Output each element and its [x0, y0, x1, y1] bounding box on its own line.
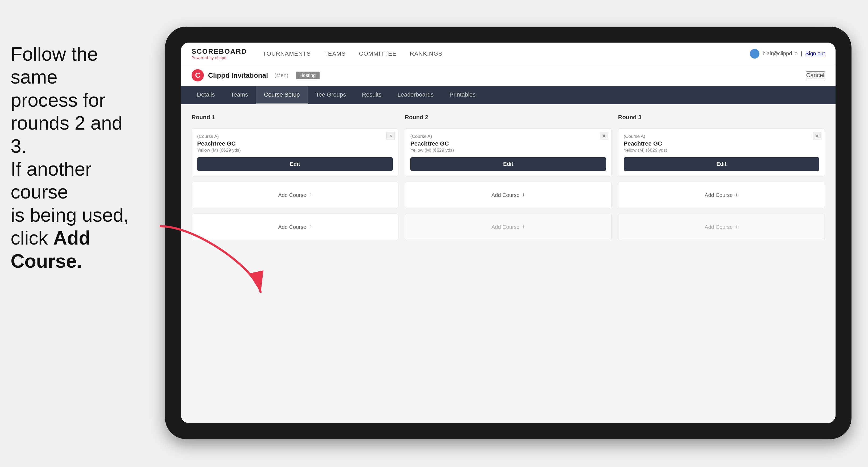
plus-icon-1: + [308, 192, 312, 198]
tab-printables[interactable]: Printables [441, 86, 484, 104]
round-3-add-course-2: Add Course + [618, 214, 825, 240]
round-2-column: Round 2 × (Course A) Peachtree GC Yellow… [405, 114, 612, 240]
round-1-course-name: Peachtree GC [197, 140, 393, 147]
plus-icon-3: + [522, 192, 525, 198]
instruction-line4: If another course [11, 158, 92, 203]
instruction-line6-prefix: click [11, 227, 53, 249]
round-2-course-details: Yellow (M) (6629 yds) [410, 148, 606, 153]
nav-left: SCOREBOARD Powered by clippd Tournaments… [192, 48, 442, 60]
instruction-line1: Follow the same [11, 43, 98, 88]
top-navigation: SCOREBOARD Powered by clippd Tournaments… [181, 42, 836, 65]
tournament-name: Clippd Invitational [208, 71, 268, 80]
user-avatar [750, 49, 760, 59]
round-1-edit-button[interactable]: Edit [197, 157, 393, 171]
round-3-add-course-1[interactable]: Add Course + [618, 182, 825, 208]
round-2-add-course-1[interactable]: Add Course + [405, 182, 612, 208]
sub-header-left: C Clippd Invitational (Men) Hosting [192, 69, 319, 82]
round-1-column: Round 1 × (Course A) Peachtree GC Yellow… [192, 114, 398, 240]
instruction-line5: is being used, [11, 205, 129, 226]
round-1-course-label: (Course A) [197, 134, 393, 139]
round-2-delete-button[interactable]: × [600, 132, 608, 140]
tab-leaderboards[interactable]: Leaderboards [390, 86, 442, 104]
nav-separator: | [801, 51, 802, 57]
round-1-course-details: Yellow (M) (6629 yds) [197, 148, 393, 153]
tab-teams[interactable]: Teams [223, 86, 256, 104]
nav-right: blair@clippd.io | Sign out [750, 49, 825, 59]
round-2-add-course-2: Add Course + [405, 214, 612, 240]
round-3-add-course-label-1: Add Course + [705, 192, 738, 198]
hosting-badge: Hosting [296, 71, 319, 79]
tournament-type: (Men) [274, 72, 288, 79]
brand-name: SCOREBOARD [192, 48, 247, 56]
clippd-logo-icon: C [192, 69, 204, 82]
round-2-course-label: (Course A) [410, 134, 606, 139]
brand-logo: SCOREBOARD Powered by clippd [192, 48, 247, 60]
round-3-delete-button[interactable]: × [813, 132, 822, 140]
round-2-course-card: × (Course A) Peachtree GC Yellow (M) (66… [405, 128, 612, 177]
round-1-course-card: × (Course A) Peachtree GC Yellow (M) (66… [192, 128, 398, 177]
round-1-delete-button[interactable]: × [386, 132, 395, 140]
round-1-add-course-2[interactable]: Add Course + [192, 214, 398, 240]
round-2-add-course-label-1: Add Course + [492, 192, 525, 198]
round-2-edit-button[interactable]: Edit [410, 157, 606, 171]
round-3-course-name: Peachtree GC [624, 140, 819, 147]
round-2-add-course-label-2: Add Course + [492, 223, 525, 230]
nav-tournaments[interactable]: Tournaments [263, 50, 311, 57]
cancel-button[interactable]: Cancel [806, 71, 825, 79]
plus-icon-2: + [308, 223, 312, 230]
round-3-label: Round 3 [618, 114, 825, 121]
tab-bar: Details Teams Course Setup Tee Groups Re… [181, 86, 836, 104]
nav-committee[interactable]: Committee [359, 50, 397, 57]
user-email: blair@clippd.io [763, 51, 798, 57]
plus-icon-5: + [735, 192, 738, 198]
round-2-course-name: Peachtree GC [410, 140, 606, 147]
plus-icon-4: + [522, 223, 525, 230]
round-3-course-details: Yellow (M) (6629 yds) [624, 148, 819, 153]
round-1-add-course-label-1: Add Course + [278, 192, 312, 198]
round-2-label: Round 2 [405, 114, 612, 121]
tab-details[interactable]: Details [189, 86, 223, 104]
round-3-course-card: × (Course A) Peachtree GC Yellow (M) (66… [618, 128, 825, 177]
nav-links: Tournaments Teams Committee Rankings [263, 50, 442, 57]
tablet-device: SCOREBOARD Powered by clippd Tournaments… [165, 27, 851, 439]
instruction-text: Follow the same process for rounds 2 and… [0, 42, 154, 273]
tablet-screen: SCOREBOARD Powered by clippd Tournaments… [181, 42, 836, 423]
brand-sub: Powered by clippd [192, 56, 247, 60]
round-3-column: Round 3 × (Course A) Peachtree GC Yellow… [618, 114, 825, 240]
rounds-grid: Round 1 × (Course A) Peachtree GC Yellow… [192, 114, 825, 240]
instruction-line3: rounds 2 and 3. [11, 112, 122, 156]
plus-icon-6: + [735, 223, 738, 230]
tab-course-setup[interactable]: Course Setup [256, 86, 308, 104]
tab-tee-groups[interactable]: Tee Groups [308, 86, 354, 104]
instruction-line2: process for [11, 89, 105, 111]
round-3-add-course-label-2: Add Course + [705, 223, 738, 230]
round-1-label: Round 1 [192, 114, 398, 121]
main-content: Round 1 × (Course A) Peachtree GC Yellow… [181, 104, 836, 423]
round-1-add-course-label-2: Add Course + [278, 223, 312, 230]
nav-rankings[interactable]: Rankings [410, 50, 442, 57]
sign-out-link[interactable]: Sign out [805, 51, 825, 57]
round-3-edit-button[interactable]: Edit [624, 157, 819, 171]
sub-header: C Clippd Invitational (Men) Hosting Canc… [181, 65, 836, 86]
round-1-add-course-1[interactable]: Add Course + [192, 182, 398, 208]
round-3-course-label: (Course A) [624, 134, 819, 139]
nav-teams[interactable]: Teams [324, 50, 346, 57]
tab-results[interactable]: Results [354, 86, 389, 104]
